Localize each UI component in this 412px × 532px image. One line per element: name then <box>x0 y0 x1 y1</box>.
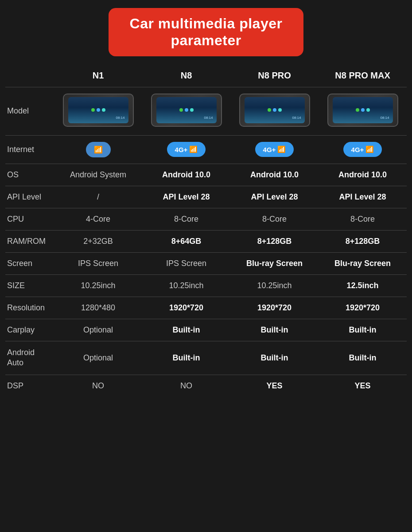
col-header-n8promax: N8 PRO MAX <box>319 67 407 87</box>
wifi-badge-n1: 📶 <box>86 142 111 157</box>
col-header-n8: N8 <box>142 67 230 87</box>
table-wrapper: N1 N8 N8 PRO N8 PRO MAX Model <box>0 67 412 406</box>
os-n8promax: Android 10.0 <box>319 164 407 186</box>
internet-n8promax-cell: 4G+📶 <box>319 135 407 164</box>
dot-green-n8promax <box>356 108 359 112</box>
resolution-row: Resolution 1280*480 1920*720 1920*720 19… <box>5 297 407 319</box>
resolution-n8promax: 1920*720 <box>319 297 407 319</box>
screen-dots-n8promax <box>356 108 370 112</box>
page-container: Car multimedia player parameter N1 N8 N8… <box>0 0 412 406</box>
device-img-n1 <box>63 94 134 127</box>
resolution-n8: 1920*720 <box>142 297 230 319</box>
column-header-row: N1 N8 N8 PRO N8 PRO MAX <box>5 67 407 87</box>
os-n8pro: Android 10.0 <box>230 164 319 186</box>
screen-n8pro: Blu-ray Screen <box>230 252 319 274</box>
cpu-label: CPU <box>5 208 54 230</box>
ram-n8: 8+64GB <box>142 230 230 252</box>
model-n8pro-cell <box>230 87 319 135</box>
cpu-n8pro: 8-Core <box>230 208 319 230</box>
internet-row: Internet 📶 4G+📶 4G+📶 <box>5 135 407 164</box>
wifi-symbol-n8pro: 📶 <box>277 145 286 153</box>
androidauto-n8promax: Built-in <box>319 341 407 375</box>
internet-n8-cell: 4G+📶 <box>142 135 230 164</box>
screen-n8promax: Blu-ray Screen <box>319 252 407 274</box>
dsp-label: DSP <box>5 375 54 397</box>
dot-cyan <box>102 108 105 112</box>
internet-n8pro-cell: 4G+📶 <box>230 135 319 164</box>
dot-blue-n8pro <box>273 108 276 112</box>
carplay-n8: Built-in <box>142 319 230 341</box>
screen-dots-n8 <box>179 108 194 112</box>
dsp-n8promax: YES <box>319 375 407 397</box>
dot-blue-n8promax <box>361 108 365 112</box>
title-badge: Car multimedia player parameter <box>109 8 304 56</box>
badge-4g-n8promax: 4G+📶 <box>343 142 382 157</box>
os-label: OS <box>5 164 54 186</box>
androidauto-label: Android Auto <box>5 341 54 375</box>
androidauto-n8pro: Built-in <box>230 341 319 375</box>
dsp-n8pro: YES <box>230 375 319 397</box>
api-label: API Level <box>5 186 54 208</box>
col-header-n1: N1 <box>54 67 142 87</box>
badge-4g-text-n8pro: 4G+ <box>263 146 276 153</box>
wifi-icon-n1: 📶 <box>94 145 103 154</box>
api-n8: API Level 28 <box>142 186 230 208</box>
ram-row: RAM/ROM 2+32GB 8+64GB 8+128GB 8+128GB <box>5 230 407 252</box>
model-n1-cell <box>54 87 142 135</box>
screen-n8: IPS Screen <box>142 252 230 274</box>
col-header-n8pro: N8 PRO <box>230 67 319 87</box>
dot-blue <box>97 108 100 112</box>
page-title: Car multimedia player parameter <box>130 15 283 49</box>
wifi-symbol-n8: 📶 <box>189 145 198 153</box>
badge-4g-text-n8: 4G+ <box>175 146 188 153</box>
wifi-symbol-n8promax: 📶 <box>365 145 374 153</box>
dot-cyan-n8 <box>190 108 194 112</box>
os-n1: Android System <box>54 164 142 186</box>
androidauto-label-text: Android Auto <box>7 348 35 367</box>
model-n8promax-cell <box>319 87 407 135</box>
ram-n8pro: 8+128GB <box>230 230 319 252</box>
resolution-n8pro: 1920*720 <box>230 297 319 319</box>
screen-dots-n1 <box>91 108 105 112</box>
carplay-n8pro: Built-in <box>230 319 319 341</box>
cpu-n8promax: 8-Core <box>319 208 407 230</box>
carplay-row: Carplay Optional Built-in Built-in Built… <box>5 319 407 341</box>
comparison-table: N1 N8 N8 PRO N8 PRO MAX Model <box>5 67 407 397</box>
size-n1: 10.25inch <box>54 274 142 297</box>
internet-n1-cell: 📶 <box>54 135 142 164</box>
col-header-label <box>5 67 54 87</box>
dot-green-n8 <box>179 108 183 112</box>
model-label: Model <box>5 87 54 135</box>
androidauto-n1: Optional <box>54 341 142 375</box>
device-img-n8promax <box>327 94 398 127</box>
api-n8pro: API Level 28 <box>230 186 319 208</box>
badge-4g-n8: 4G+📶 <box>167 142 206 157</box>
size-n8promax: 12.5inch <box>319 274 407 297</box>
screen-label: Screen <box>5 252 54 274</box>
model-row: Model <box>5 87 407 135</box>
resolution-n1: 1280*480 <box>54 297 142 319</box>
internet-label: Internet <box>5 135 54 164</box>
cpu-n8: 8-Core <box>142 208 230 230</box>
screen-n1: IPS Screen <box>54 252 142 274</box>
carplay-n8promax: Built-in <box>319 319 407 341</box>
cpu-n1: 4-Core <box>54 208 142 230</box>
dot-cyan-n8promax <box>366 108 370 112</box>
badge-4g-text-n8promax: 4G+ <box>351 146 364 153</box>
badge-4g-n8pro: 4G+📶 <box>255 142 294 157</box>
carplay-label: Carplay <box>5 319 54 341</box>
size-n8pro: 10.25inch <box>230 274 319 297</box>
ram-n8promax: 8+128GB <box>319 230 407 252</box>
dsp-row: DSP NO NO YES YES <box>5 375 407 397</box>
model-n8-cell <box>142 87 230 135</box>
api-n1: / <box>54 186 142 208</box>
screen-dots-n8pro <box>268 108 282 112</box>
dsp-n8: NO <box>142 375 230 397</box>
cpu-row: CPU 4-Core 8-Core 8-Core 8-Core <box>5 208 407 230</box>
device-img-n8pro <box>239 94 310 127</box>
androidauto-n8: Built-in <box>142 341 230 375</box>
header-section: Car multimedia player parameter <box>0 0 412 67</box>
androidauto-row: Android Auto Optional Built-in Built-in … <box>5 341 407 375</box>
dot-green <box>91 108 95 112</box>
api-n8promax: API Level 28 <box>319 186 407 208</box>
